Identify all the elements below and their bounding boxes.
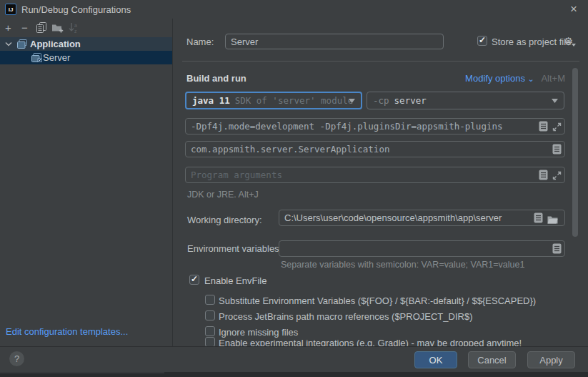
expand-field-icon[interactable] <box>552 121 562 133</box>
classpath-module-combobox[interactable]: -cp server <box>367 92 564 109</box>
substitute-env-vars-label: Substitute Environment Variables (${FOO}… <box>219 295 536 306</box>
cp-prefix: -cp <box>373 95 389 106</box>
ok-button[interactable]: OK <box>414 351 457 368</box>
application-type-icon <box>17 39 27 49</box>
program-arguments-input[interactable] <box>185 167 565 183</box>
expand-list-icon[interactable] <box>538 169 549 181</box>
cancel-button[interactable]: Cancel <box>468 351 516 368</box>
edit-configuration-templates-link[interactable]: Edit configuration templates... <box>6 326 128 337</box>
tree-group-application[interactable]: Application <box>0 37 172 51</box>
chevron-down-icon[interactable] <box>5 41 12 46</box>
expand-list-icon[interactable] <box>552 243 562 255</box>
run-configuration-icon <box>31 53 42 62</box>
environment-variables-input[interactable] <box>279 240 565 257</box>
sort-configurations-icon: a z <box>66 21 82 34</box>
tree-group-label: Application <box>30 39 81 49</box>
panel-divider <box>172 19 173 346</box>
configurations-toolbar: + − a z <box>0 20 172 34</box>
section-separator <box>182 61 579 62</box>
add-configuration-button[interactable]: + <box>0 21 16 34</box>
dialog-titlebar: IJ Run/Debug Configurations × <box>0 0 588 19</box>
ignore-missing-files-label: Ignore missing files <box>219 327 298 338</box>
cp-value: server <box>394 95 427 106</box>
modify-options-chevron-icon[interactable]: ⌄ <box>528 74 534 83</box>
expand-list-icon[interactable] <box>533 212 544 224</box>
close-icon[interactable]: × <box>564 1 583 18</box>
run-debug-configurations-dialog: IJ Run/Debug Configurations × + − a z <box>0 0 588 377</box>
checkmark-icon: ✓ <box>479 35 486 45</box>
apply-button[interactable]: Apply <box>527 351 575 368</box>
expand-list-icon[interactable] <box>538 120 549 132</box>
working-directory-label: Working directory: <box>187 215 262 225</box>
svg-text:z: z <box>74 28 77 33</box>
intellij-logo-icon: IJ <box>5 4 16 15</box>
experimental-integrations-checkbox[interactable] <box>205 337 215 347</box>
environment-variables-label: Environment variables: <box>187 243 281 254</box>
gear-icon[interactable]: ⚙ <box>564 36 573 46</box>
jre-combobox[interactable]: java 11 SDK of 'server' module <box>185 92 362 109</box>
help-button[interactable]: ? <box>9 351 24 366</box>
name-input[interactable] <box>225 34 444 49</box>
store-as-project-file-label: Store as project file <box>492 36 571 47</box>
dropdown-arrow-icon <box>552 99 558 103</box>
vm-options-input[interactable] <box>185 118 565 134</box>
jre-detail: SDK of 'server' module <box>235 95 354 106</box>
name-label: Name: <box>186 36 214 47</box>
dialog-title: Run/Debug Configurations <box>21 4 131 15</box>
main-class-input[interactable] <box>185 141 565 157</box>
background-ide-strip <box>0 372 588 377</box>
browse-folder-icon[interactable] <box>547 213 558 225</box>
dropdown-arrow-icon <box>349 99 355 103</box>
new-folder-icon[interactable] <box>49 21 66 34</box>
store-as-project-file-checkbox[interactable]: ✓ <box>477 36 487 46</box>
tree-item-server[interactable]: Server <box>0 51 172 64</box>
gear-dropdown-arrow-icon <box>572 44 576 46</box>
expand-field-icon[interactable] <box>552 170 562 182</box>
copy-configuration-icon[interactable] <box>33 21 49 34</box>
build-and-run-title: Build and run <box>186 73 246 84</box>
remove-configuration-button[interactable]: − <box>16 21 33 34</box>
process-path-macro-label: Process JetBrains path macro references … <box>219 311 472 322</box>
jre-value: java 11 <box>192 95 230 106</box>
modify-options-shortcut: Alt+M <box>541 73 565 84</box>
enable-envfile-label: Enable EnvFile <box>204 275 266 286</box>
process-path-macro-checkbox[interactable] <box>205 310 215 320</box>
working-directory-input[interactable] <box>279 210 565 226</box>
dialog-footer: ? OK Cancel Apply <box>0 346 588 372</box>
expand-list-icon[interactable] <box>552 143 562 155</box>
substitute-env-vars-checkbox[interactable] <box>205 295 215 305</box>
svg-text:a: a <box>74 22 77 27</box>
environment-variables-hint: Separate variables with semicolon: VAR=v… <box>281 260 524 270</box>
vertical-scrollbar[interactable] <box>572 68 578 237</box>
modify-options-link[interactable]: Modify options <box>465 73 525 84</box>
jre-hint-text: JDK or JRE. Alt+J <box>187 190 259 200</box>
checkmark-icon: ✓ <box>191 274 198 284</box>
tree-item-label: Server <box>43 52 70 63</box>
enable-envfile-checkbox[interactable]: ✓ <box>189 275 199 285</box>
ignore-missing-files-checkbox[interactable] <box>205 326 215 336</box>
